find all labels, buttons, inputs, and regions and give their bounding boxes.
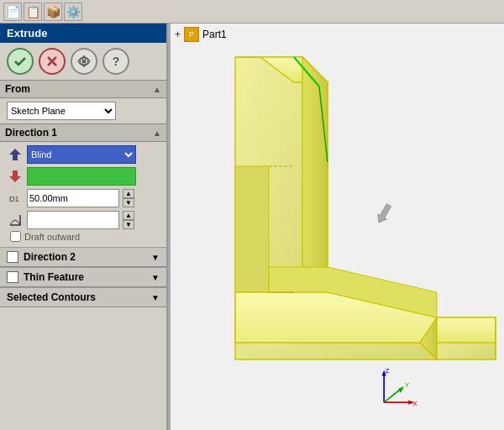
selected-contours-section[interactable]: Selected Contours ▼ bbox=[0, 287, 166, 307]
angle-spinner: ▲ ▼ bbox=[123, 211, 136, 229]
svg-marker-10 bbox=[302, 57, 328, 292]
dir1-reverse-row bbox=[7, 167, 160, 186]
draft-outward-label: Draft outward bbox=[24, 232, 80, 242]
panel-resize-handle[interactable] bbox=[168, 24, 171, 430]
svg-text:X: X bbox=[412, 400, 417, 407]
svg-text:D1: D1 bbox=[9, 195, 19, 203]
action-buttons: ? bbox=[0, 43, 166, 80]
thin-feature-label: Thin Feature bbox=[24, 271, 84, 283]
thin-feature-expand-icon: ▼ bbox=[151, 273, 160, 282]
thin-feature-label-row: Thin Feature bbox=[7, 271, 84, 283]
direction2-label-row: Direction 2 bbox=[7, 251, 76, 263]
tree-expand-icon[interactable]: + bbox=[175, 29, 181, 40]
svg-text:Z: Z bbox=[386, 367, 390, 375]
distance-input[interactable] bbox=[27, 189, 119, 207]
toolbar-icon-1[interactable]: 📄 bbox=[3, 3, 22, 21]
angle-down-button[interactable]: ▼ bbox=[123, 220, 134, 229]
svg-marker-23 bbox=[375, 202, 393, 225]
ok-button[interactable] bbox=[7, 48, 34, 75]
selected-contours-label: Selected Contours bbox=[7, 291, 96, 303]
dir1-angle-row: ▲ ▼ bbox=[7, 211, 160, 229]
draft-checkbox-row: Draft outward bbox=[7, 229, 160, 244]
angle-up-button[interactable]: ▲ bbox=[123, 211, 134, 220]
cancel-button[interactable] bbox=[39, 48, 66, 75]
direction1-label: Direction 1 bbox=[5, 127, 57, 139]
main-area: Extrude ? From ▲ Sketch Plane bbox=[0, 24, 504, 430]
svg-text:Y: Y bbox=[405, 381, 409, 389]
from-section: Sketch Plane Surface/Face/Plane Vertex O… bbox=[0, 98, 166, 123]
distance-up-button[interactable]: ▲ bbox=[123, 189, 134, 198]
dir1-distance-row: D1 ▲ ▼ bbox=[7, 189, 160, 207]
top-toolbar: 📄 📋 📦 ⚙️ bbox=[0, 0, 504, 24]
svg-marker-11 bbox=[235, 166, 269, 292]
from-section-header[interactable]: From ▲ bbox=[0, 80, 166, 98]
3d-viewport-svg bbox=[185, 40, 504, 430]
direction1-collapse-icon: ▲ bbox=[153, 128, 161, 138]
distance-icon: D1 bbox=[7, 190, 24, 207]
draft-outward-checkbox[interactable] bbox=[10, 231, 21, 242]
dir1-reverse-icon[interactable] bbox=[7, 168, 24, 185]
direction2-checkbox[interactable] bbox=[7, 251, 18, 263]
viewport[interactable]: + P Part1 bbox=[168, 24, 504, 430]
preview-button[interactable] bbox=[71, 48, 97, 75]
dir1-arrow-icon bbox=[7, 146, 24, 163]
direction1-color-indicator bbox=[27, 167, 136, 186]
help-button[interactable]: ? bbox=[102, 48, 129, 75]
from-label: From bbox=[5, 83, 30, 95]
direction1-header[interactable]: Direction 1 ▲ bbox=[0, 123, 166, 142]
from-select[interactable]: Sketch Plane Surface/Face/Plane Vertex O… bbox=[7, 102, 116, 120]
selected-contours-label-row: Selected Contours bbox=[7, 291, 96, 303]
panel-title-text: Extrude bbox=[7, 27, 47, 39]
left-panel: Extrude ? From ▲ Sketch Plane bbox=[0, 24, 168, 430]
thin-feature-section[interactable]: Thin Feature ▼ bbox=[0, 267, 166, 287]
angle-icon bbox=[7, 212, 24, 228]
svg-marker-17 bbox=[437, 317, 496, 343]
direction1-section: Blind Through All Up To Next Up To Verte… bbox=[0, 142, 166, 247]
direction2-expand-icon: ▼ bbox=[151, 253, 160, 262]
panel-title: Extrude bbox=[0, 24, 166, 43]
direction1-type-select[interactable]: Blind Through All Up To Next Up To Verte… bbox=[27, 145, 136, 164]
distance-down-button[interactable]: ▼ bbox=[123, 198, 134, 207]
svg-point-3 bbox=[82, 60, 86, 63]
axis-indicator: Z Y X bbox=[370, 363, 420, 413]
toolbar-icon-4[interactable]: ⚙️ bbox=[64, 3, 82, 21]
direction2-section[interactable]: Direction 2 ▼ bbox=[0, 247, 166, 267]
thin-feature-checkbox[interactable] bbox=[7, 271, 18, 283]
angle-input[interactable] bbox=[27, 211, 119, 229]
svg-marker-6 bbox=[9, 170, 21, 182]
svg-marker-5 bbox=[9, 149, 21, 160]
selected-contours-expand-icon: ▼ bbox=[151, 293, 160, 302]
dir1-type-row: Blind Through All Up To Next Up To Verte… bbox=[7, 145, 160, 164]
svg-marker-28 bbox=[398, 386, 404, 393]
direction2-label: Direction 2 bbox=[24, 251, 76, 263]
from-collapse-icon: ▲ bbox=[153, 85, 161, 94]
toolbar-icon-2[interactable]: 📋 bbox=[24, 3, 42, 21]
distance-spinner: ▲ ▼ bbox=[123, 189, 136, 207]
toolbar-icon-3[interactable]: 📦 bbox=[44, 3, 62, 21]
part-label: Part1 bbox=[202, 29, 227, 40]
